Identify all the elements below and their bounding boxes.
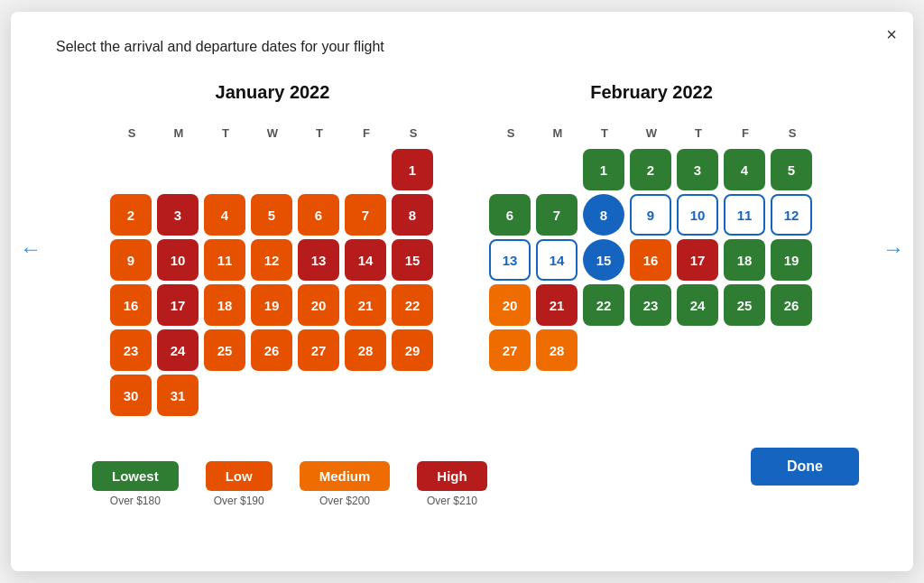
day-cell <box>251 375 292 416</box>
day-cell[interactable]: 6 <box>489 194 531 236</box>
day-cell[interactable]: 14 <box>345 239 386 281</box>
day-cell[interactable]: 12 <box>771 194 812 236</box>
day-cell[interactable]: 12 <box>251 239 292 281</box>
day-cell[interactable]: 16 <box>630 239 671 281</box>
legend-sub: Over $180 <box>110 495 161 507</box>
modal-title: Select the arrival and departure dates f… <box>56 39 868 55</box>
day-cell[interactable]: 20 <box>298 284 339 326</box>
day-cell[interactable]: 22 <box>392 284 433 326</box>
day-header: T <box>204 121 247 145</box>
day-cell[interactable]: 4 <box>724 149 765 190</box>
day-cell[interactable]: 9 <box>630 194 671 236</box>
day-cell[interactable]: 21 <box>345 284 386 326</box>
day-cell[interactable]: 13 <box>298 239 339 281</box>
day-header: W <box>251 121 294 145</box>
day-cell[interactable]: 25 <box>724 284 765 326</box>
day-cell[interactable]: 2 <box>110 194 152 236</box>
legend-area: LowestOver $180LowOver $190MediumOver $2… <box>56 461 487 507</box>
day-cell[interactable]: 18 <box>204 284 245 326</box>
day-cell[interactable]: 28 <box>536 329 578 371</box>
legend-item: LowestOver $180 <box>92 461 179 507</box>
day-cell[interactable]: 7 <box>536 194 578 236</box>
close-button[interactable]: × <box>886 24 897 45</box>
day-cell[interactable]: 25 <box>204 329 245 371</box>
day-cell[interactable]: 9 <box>110 239 152 281</box>
day-cell[interactable]: 30 <box>110 375 152 416</box>
day-cell[interactable]: 17 <box>677 239 718 281</box>
day-header: M <box>157 121 200 145</box>
legend-sub: Over $210 <box>427 495 477 507</box>
day-cell[interactable]: 24 <box>677 284 718 326</box>
day-cell[interactable]: 18 <box>724 239 765 281</box>
day-cell[interactable]: 10 <box>677 194 718 236</box>
day-cell[interactable]: 23 <box>630 284 671 326</box>
day-cell[interactable]: 2 <box>630 149 671 190</box>
day-cell[interactable]: 13 <box>489 239 531 281</box>
day-cell[interactable]: 26 <box>251 329 292 371</box>
next-arrow[interactable]: → <box>882 236 904 262</box>
day-cell[interactable]: 11 <box>724 194 765 236</box>
day-cell[interactable]: 27 <box>298 329 339 371</box>
january-grid: SMTWTFS123456789101112131415161718192021… <box>110 121 435 416</box>
day-cell[interactable]: 17 <box>157 284 199 326</box>
calendars-wrapper: ← January 2022 SMTWTFS123456789101112131… <box>56 82 868 416</box>
day-cell[interactable]: 8 <box>583 194 624 236</box>
day-cell[interactable]: 21 <box>536 284 578 326</box>
day-cell <box>392 375 433 416</box>
legend-badge: Low <box>206 461 273 491</box>
day-cell <box>677 329 718 371</box>
day-cell <box>204 375 245 416</box>
day-cell <box>345 149 386 190</box>
day-cell[interactable]: 11 <box>204 239 245 281</box>
day-cell[interactable]: 15 <box>583 239 624 281</box>
day-cell <box>489 149 531 190</box>
day-cell[interactable]: 29 <box>392 329 433 371</box>
day-cell[interactable]: 28 <box>345 329 386 371</box>
day-cell[interactable]: 24 <box>157 329 199 371</box>
day-cell[interactable]: 6 <box>298 194 339 236</box>
day-cell <box>204 149 245 190</box>
day-cell <box>298 149 339 190</box>
day-cell[interactable]: 26 <box>771 284 812 326</box>
day-cell[interactable]: 15 <box>392 239 433 281</box>
day-header: S <box>489 121 532 145</box>
day-cell <box>298 375 339 416</box>
day-header: T <box>677 121 720 145</box>
legend-sub: Over $200 <box>319 495 370 507</box>
day-cell[interactable]: 22 <box>583 284 624 326</box>
done-button[interactable]: Done <box>751 448 859 486</box>
day-cell[interactable]: 1 <box>583 149 624 190</box>
bottom-bar: LowestOver $180LowOver $190MediumOver $2… <box>56 425 868 507</box>
day-cell[interactable]: 27 <box>489 329 531 371</box>
day-cell[interactable]: 20 <box>489 284 531 326</box>
day-cell <box>536 149 578 190</box>
day-header: F <box>724 121 767 145</box>
day-cell[interactable]: 31 <box>157 375 199 416</box>
day-cell[interactable]: 14 <box>536 239 578 281</box>
february-title: February 2022 <box>489 82 814 103</box>
prev-arrow[interactable]: ← <box>20 236 42 262</box>
day-cell[interactable]: 19 <box>251 284 292 326</box>
day-cell[interactable]: 10 <box>157 239 199 281</box>
day-cell <box>724 329 765 371</box>
day-cell[interactable]: 5 <box>771 149 812 190</box>
legend-item: LowOver $190 <box>206 461 273 507</box>
day-header: T <box>298 121 341 145</box>
day-cell[interactable]: 3 <box>677 149 718 190</box>
day-cell[interactable]: 1 <box>392 149 433 190</box>
day-cell[interactable]: 5 <box>251 194 292 236</box>
day-cell <box>771 329 812 371</box>
modal: × Select the arrival and departure dates… <box>11 12 913 571</box>
day-cell[interactable]: 19 <box>771 239 812 281</box>
day-cell <box>583 329 624 371</box>
day-cell[interactable]: 3 <box>157 194 199 236</box>
day-cell <box>345 375 386 416</box>
day-cell[interactable]: 8 <box>392 194 433 236</box>
day-cell[interactable]: 16 <box>110 284 152 326</box>
legend-badge: Medium <box>300 461 391 491</box>
day-cell[interactable]: 7 <box>345 194 386 236</box>
day-cell[interactable]: 23 <box>110 329 152 371</box>
day-header: S <box>110 121 153 145</box>
day-cell[interactable]: 4 <box>204 194 245 236</box>
day-cell <box>630 329 671 371</box>
